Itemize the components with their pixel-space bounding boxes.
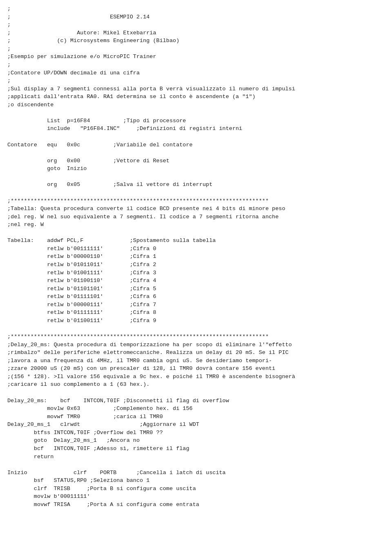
code-content: ; ; ESEMPIO 2.14 ; ; Autore: Mikel Etxeb… [7,5,385,508]
